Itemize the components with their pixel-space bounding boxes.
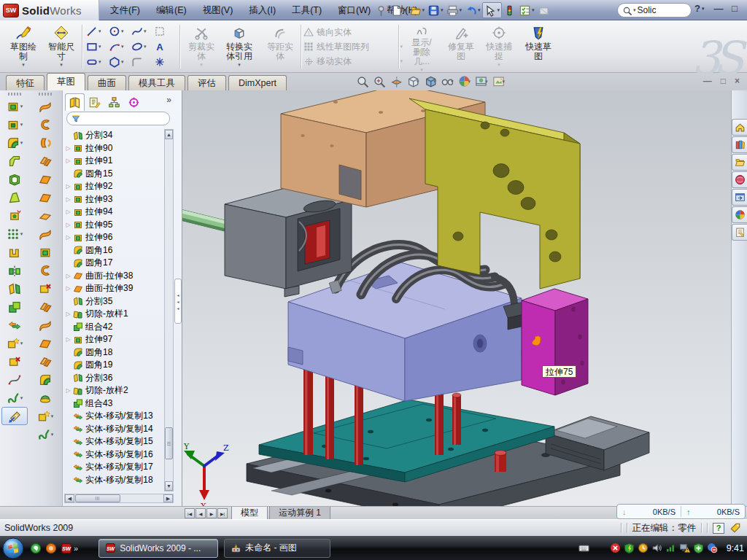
revolved-surface-button[interactable] [32,115,58,133]
fillet-surface-button[interactable] [32,261,58,279]
menu-item-1[interactable]: 编辑(E) [148,2,195,18]
chamfer-button[interactable] [1,152,28,170]
scroll-left-button[interactable]: ◀ [65,494,74,502]
planar-surface-button[interactable] [32,206,58,225]
repair-button[interactable]: 修复草图 [442,23,480,71]
tree-item-14[interactable]: ▷切除-放样1 [64,308,163,321]
tree-item-10[interactable]: 圆角17 [64,257,163,270]
expand-arrow[interactable]: ▷ [64,183,72,190]
polygon-tool-button[interactable]: ▾ [109,54,131,69]
tree-vertical-scrollbar[interactable]: ▲ ▼ [164,129,174,491]
scroll-down-button[interactable]: ▼ [165,481,173,491]
select-region-button[interactable] [154,23,176,39]
help-button[interactable]: ?▾ [694,3,704,14]
tree-item-19[interactable]: 分割36 [64,372,163,385]
tree-item-7[interactable]: ▷拉伸95 [64,219,163,232]
scroll-right-button[interactable]: ▶ [163,494,173,502]
menu-item-2[interactable]: 视图(V) [195,2,241,18]
featuremanager-tab-tab[interactable] [65,93,85,111]
slot-tool-button[interactable]: ▾ [86,54,108,69]
dim-button[interactable]: 智能尺寸▾ [42,23,80,71]
zoom-fit-button[interactable] [356,75,368,88]
volume-icon[interactable] [651,542,662,553]
network-warning-icon[interactable] [679,542,690,553]
expand-arrow[interactable]: ▷ [64,311,72,317]
menu-item-3[interactable]: 插入(I) [241,2,284,18]
panel-overflow-chevron[interactable]: » [166,95,171,105]
launcher-icon[interactable] [45,542,57,554]
move-copy-body-button[interactable] [1,316,28,334]
print-button[interactable]: ▾ [445,2,464,18]
edit-appearance-button[interactable]: ▾ [458,75,471,88]
tree-item-20[interactable]: ▷切除-放样2 [64,384,163,397]
first-tab-button[interactable]: |◀ [185,508,195,518]
command-tab-0[interactable]: 特征 [6,75,44,90]
toolbar-grip[interactable] [39,93,53,96]
command-tab-3[interactable]: 模具工具 [128,75,185,90]
tree-item-21[interactable]: 组合43 [64,397,163,411]
tags-icon[interactable] [729,522,741,534]
search-dropdown-arrow[interactable]: ▾ [633,7,636,13]
knit-surface-button[interactable] [32,298,58,316]
configurationmanager-tab-tab[interactable] [104,93,124,111]
rectangle-tool-button[interactable]: ▾ [86,39,108,54]
extend-surface-button[interactable] [32,352,58,370]
scroll-up-button[interactable]: ▲ [165,130,173,139]
tree-item-25[interactable]: 实体-移动/复制16 [64,448,163,462]
dimxpertmanager-tab-tab[interactable] [124,93,144,111]
resources-home-tab[interactable] [732,119,747,136]
tree-item-15[interactable]: 组合42 [64,321,163,334]
hide-show-items-button[interactable]: ▾ [441,75,454,88]
section-view-button[interactable] [390,75,402,88]
expand-arrow[interactable]: ▷ [64,145,72,152]
propertymanager-tab-tab[interactable] [85,93,104,111]
doc-close-button[interactable]: × [735,76,740,86]
previous-tab-button[interactable]: ◀ [196,508,206,518]
circle-tool-button[interactable]: ▾ [109,23,131,39]
tree-item-18[interactable]: 圆角19 [64,359,163,372]
update-clock-icon[interactable] [638,542,649,553]
delete-body-button[interactable] [1,352,28,370]
combine-button[interactable] [1,298,28,316]
command-tab-5[interactable]: DimXpert [228,75,287,90]
line-tool-button[interactable]: ▾ [86,23,108,39]
trim-button[interactable]: 剪裁实体▾ [182,23,220,71]
instant3d-button[interactable] [1,407,28,425]
extruded-cut-button[interactable]: ▾ [1,115,28,133]
appearance-swatch-button[interactable] [536,2,551,18]
tree-item-16[interactable]: ▷拉伸97 [64,333,163,346]
design-library-tab[interactable] [732,136,747,153]
stack-button-2[interactable]: 移动实体▾ [303,54,403,69]
expand-arrow[interactable]: ▷ [64,336,72,343]
tree-filter-input[interactable] [66,112,170,125]
patch-surface-button[interactable] [32,316,58,334]
tree-item-5[interactable]: ▷拉伸93 [64,193,163,206]
surface-fillet-button[interactable] [32,370,58,389]
tree-item-27[interactable]: 实体-移动/复制18 [64,474,163,487]
expand-arrow[interactable]: ▷ [64,196,72,203]
sync-error-icon[interactable] [707,542,718,553]
next-tab-button[interactable]: ▶ [206,508,217,518]
panel-collapse-handle[interactable]: ◂◂◂ [174,279,182,324]
snap-button[interactable]: 快速捕捉▾ [480,23,518,71]
freeform-button[interactable] [32,225,58,243]
display-style-button[interactable]: ▾ [424,75,437,88]
security-alert-icon[interactable] [610,542,621,553]
new-document-button[interactable]: ▾ [389,2,408,18]
side-block-magenta[interactable] [522,289,588,395]
dome-button[interactable] [32,389,58,407]
insert-surface-button[interactable]: ▾ [32,407,58,425]
expand-arrow[interactable]: ▷ [64,222,72,228]
sketch-button[interactable]: 草图绘制▾ [4,23,42,71]
rib-button[interactable] [1,243,28,261]
trim-surface-button[interactable] [32,334,58,352]
spline-button[interactable]: ▾ [1,389,28,407]
toolbar-grip[interactable] [8,93,23,96]
document-tab-0[interactable]: 模型 [231,507,268,520]
tree-item-2[interactable]: ▷拉伸91 [64,155,163,168]
expand-arrow[interactable]: ▷ [64,234,72,241]
file-explorer-tab[interactable] [732,154,747,171]
last-tab-button[interactable]: ▶| [217,508,228,518]
expand-arrow[interactable]: ▷ [64,273,72,279]
keyboard-layout-icon[interactable] [578,542,589,553]
